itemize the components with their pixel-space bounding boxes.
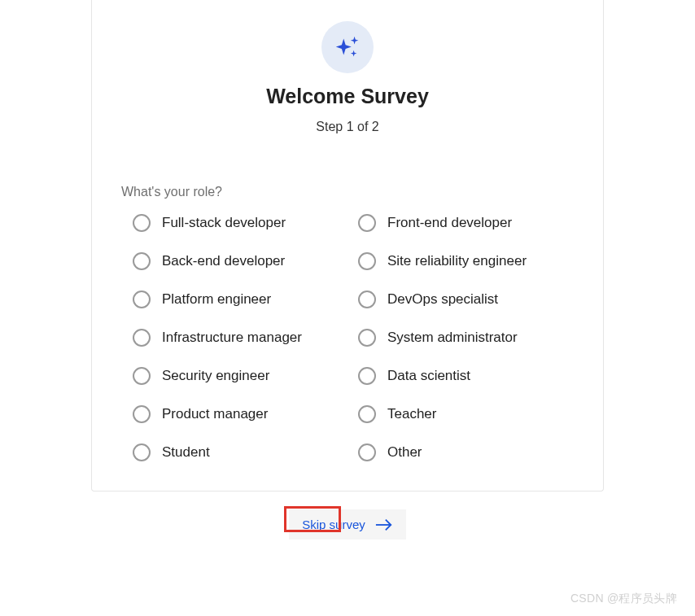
- radio-icon: [358, 252, 376, 270]
- radio-icon: [358, 443, 376, 461]
- skip-container: Skip survey: [0, 509, 695, 540]
- option-label: Security engineer: [162, 368, 269, 384]
- radio-icon: [133, 252, 151, 270]
- role-option-devops-specialist[interactable]: DevOps specialist: [358, 291, 574, 308]
- role-option-full-stack-developer[interactable]: Full-stack developer: [133, 214, 348, 232]
- radio-icon: [358, 329, 376, 347]
- option-label: Student: [162, 444, 210, 461]
- role-option-teacher[interactable]: Teacher: [358, 405, 574, 423]
- option-label: Full-stack developer: [162, 215, 286, 231]
- radio-icon: [133, 214, 151, 232]
- role-option-front-end-developer[interactable]: Front-end developer: [358, 214, 574, 232]
- radio-icon: [133, 367, 151, 385]
- option-label: Data scientist: [387, 368, 470, 384]
- step-indicator: Step 1 of 2: [121, 120, 574, 134]
- option-label: Back-end developer: [162, 253, 285, 269]
- role-option-back-end-developer[interactable]: Back-end developer: [133, 252, 348, 270]
- arrow-right-icon: [375, 518, 393, 531]
- skip-survey-button[interactable]: Skip survey: [289, 509, 406, 540]
- role-option-other[interactable]: Other: [358, 443, 574, 461]
- option-label: Site reliability engineer: [387, 253, 527, 269]
- radio-icon: [358, 291, 376, 308]
- option-label: System administrator: [387, 330, 518, 346]
- role-option-system-administrator[interactable]: System administrator: [358, 329, 574, 347]
- option-label: DevOps specialist: [387, 291, 498, 308]
- option-label: Product manager: [162, 406, 268, 422]
- sparkle-icon: [321, 21, 374, 73]
- skip-label: Skip survey: [302, 518, 365, 531]
- role-option-student[interactable]: Student: [133, 443, 348, 461]
- survey-title: Welcome Survey: [121, 85, 574, 108]
- role-option-platform-engineer[interactable]: Platform engineer: [133, 291, 348, 308]
- watermark-text: CSDN @程序员头牌: [570, 592, 677, 606]
- question-label: What's your role?: [121, 185, 574, 199]
- option-label: Other: [387, 444, 422, 461]
- role-option-security-engineer[interactable]: Security engineer: [133, 367, 348, 385]
- radio-icon: [133, 291, 151, 308]
- option-label: Infrastructure manager: [162, 330, 302, 346]
- role-option-infrastructure-manager[interactable]: Infrastructure manager: [133, 329, 348, 347]
- radio-icon: [133, 329, 151, 347]
- radio-icon: [358, 367, 376, 385]
- role-option-data-scientist[interactable]: Data scientist: [358, 367, 574, 385]
- radio-icon: [133, 405, 151, 423]
- survey-card: Welcome Survey Step 1 of 2 What's your r…: [91, 0, 604, 491]
- radio-icon: [133, 443, 151, 461]
- option-label: Teacher: [387, 406, 436, 422]
- radio-icon: [358, 214, 376, 232]
- radio-icon: [358, 405, 376, 423]
- option-label: Platform engineer: [162, 291, 271, 308]
- role-options: Full-stack developer Front-end developer…: [121, 214, 574, 461]
- role-option-product-manager[interactable]: Product manager: [133, 405, 348, 423]
- option-label: Front-end developer: [387, 215, 512, 231]
- role-option-site-reliability-engineer[interactable]: Site reliability engineer: [358, 252, 574, 270]
